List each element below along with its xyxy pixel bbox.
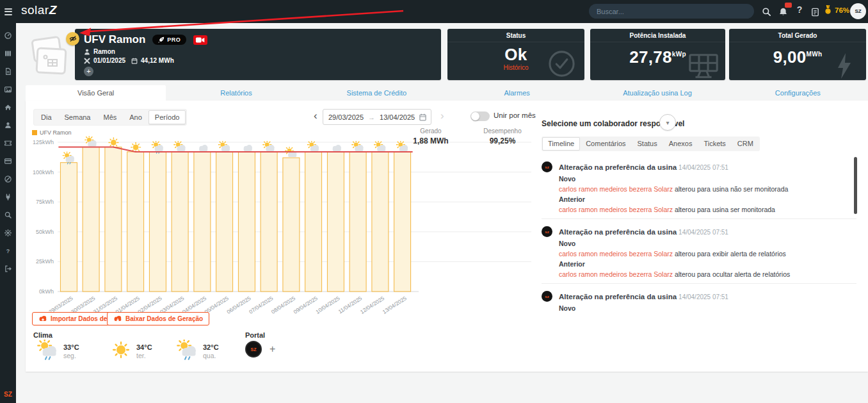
monitoring-disabled-eye-slash-icon[interactable] bbox=[66, 32, 79, 45]
daterange-next-button[interactable]: › bbox=[440, 110, 444, 122]
plug-integrations-icon[interactable] bbox=[4, 192, 13, 201]
user-link[interactable]: carlos ramon medeiros bezerra Solarz bbox=[559, 206, 673, 213]
timeline-entry-time: 14/04/2025 07:51 bbox=[679, 293, 728, 300]
user-link[interactable]: carlos ramon medeiros bezerra Solarz bbox=[559, 185, 673, 193]
gallery-icon[interactable] bbox=[4, 85, 13, 94]
app-logo[interactable]: solarZ bbox=[21, 3, 57, 17]
timeline-prev-label: Anterior bbox=[559, 260, 856, 268]
gamification-medal-icon[interactable]: 76% bbox=[824, 5, 849, 15]
timeline-scrollbar[interactable] bbox=[854, 157, 857, 214]
timeline-avatar: sz bbox=[542, 226, 552, 237]
whatsapp-icon[interactable] bbox=[4, 174, 13, 183]
clients-icon[interactable] bbox=[4, 120, 13, 129]
timeline-entry-title: Alteração na preferência da usina bbox=[559, 293, 677, 300]
power-value: 27,78 bbox=[629, 47, 672, 67]
daterange-prev-button[interactable]: ‹ bbox=[314, 110, 317, 122]
global-search[interactable] bbox=[589, 4, 754, 19]
timeline-prev-text: alterou para usina ser monitorada bbox=[675, 206, 775, 213]
daterange-arrow: → bbox=[368, 113, 375, 121]
notifications-bell-icon[interactable] bbox=[776, 4, 790, 19]
weather-sun-icon bbox=[110, 340, 132, 363]
svg-text:10/04/2025: 10/04/2025 bbox=[314, 295, 341, 315]
pro-badge[interactable]: PRO bbox=[152, 35, 186, 45]
hamburger-menu-icon[interactable] bbox=[0, 0, 17, 23]
changelog-clipboard-icon[interactable] bbox=[808, 4, 822, 19]
svg-text:11/04/2025: 11/04/2025 bbox=[337, 295, 364, 315]
plant-info-card: UFV Ramon PRO Ramon 01/01/2025 44,12 MWh… bbox=[75, 29, 441, 80]
calendar-icon bbox=[131, 58, 138, 64]
reports-icon[interactable] bbox=[4, 67, 13, 76]
solar-panel-icon bbox=[687, 52, 720, 83]
cloud-upload-icon bbox=[38, 315, 47, 322]
portal-add-button[interactable]: + bbox=[269, 343, 275, 355]
svg-text:?: ? bbox=[6, 247, 10, 254]
dashboard-icon[interactable] bbox=[4, 31, 13, 40]
tab-configuracoes[interactable]: Configurações bbox=[728, 85, 868, 101]
plant-add-button[interactable]: + bbox=[84, 67, 93, 76]
gerado-label: Gerado bbox=[402, 127, 460, 135]
home-icon[interactable] bbox=[4, 103, 13, 111]
timeline-tabs: Timeline Comentários Status Anexos Ticke… bbox=[542, 136, 760, 151]
portal-avatar[interactable]: SZ bbox=[245, 341, 262, 358]
rtab-timeline[interactable]: Timeline bbox=[542, 137, 580, 151]
download-generation-data-button[interactable]: Baixar Dados de Geração bbox=[107, 312, 209, 325]
logout-icon[interactable] bbox=[4, 264, 13, 273]
period-ano[interactable]: Ano bbox=[123, 110, 149, 124]
top-navbar: solarZ ? 76% SZ bbox=[0, 0, 868, 23]
plant-name: UFV Ramon bbox=[84, 33, 145, 46]
logo-text: solar bbox=[21, 3, 49, 17]
generated-value: 9,00 bbox=[773, 47, 807, 67]
plant-owner: Ramon bbox=[93, 48, 115, 55]
search-input[interactable] bbox=[597, 8, 746, 15]
svg-text:50kWh: 50kWh bbox=[36, 229, 54, 235]
timeline-prev-text: alterou para ocultar alerta de relatório… bbox=[675, 270, 790, 278]
rocket-icon bbox=[158, 37, 165, 43]
timeline-new-text: alterou para exibir alerta de relatórios bbox=[675, 250, 786, 258]
rtab-status[interactable]: Status bbox=[632, 137, 663, 151]
timeline-list[interactable]: sz Alteração na preferência da usina14/0… bbox=[542, 154, 856, 311]
settings-gear-icon[interactable] bbox=[4, 228, 13, 237]
download-button-label: Baixar Dados de Geração bbox=[125, 315, 203, 322]
svg-text:125kWh: 125kWh bbox=[33, 139, 54, 145]
rtab-tickets[interactable]: Tickets bbox=[698, 137, 731, 151]
svg-text:12/04/2025: 12/04/2025 bbox=[359, 295, 385, 315]
billing-card-icon[interactable] bbox=[4, 156, 13, 165]
tab-relatorios[interactable]: Relatórios bbox=[166, 85, 306, 101]
pro-badge-label: PRO bbox=[167, 37, 181, 43]
daterange-input[interactable]: 29/03/2025 → 13/04/2025 bbox=[323, 109, 431, 125]
tickets-icon[interactable] bbox=[4, 138, 13, 147]
timeline-entry: sz Alteração na preferência da usina14/0… bbox=[542, 219, 856, 284]
timeline-new-label: Novo bbox=[559, 175, 856, 183]
svg-text:0kWh: 0kWh bbox=[39, 288, 54, 295]
rtab-crm[interactable]: CRM bbox=[732, 137, 759, 151]
rtab-anexos[interactable]: Anexos bbox=[663, 137, 698, 151]
collaborator-dropdown-button[interactable]: ▾ bbox=[659, 114, 676, 131]
tab-atualizacao-usina-log[interactable]: Atualização usina Log bbox=[587, 85, 727, 101]
period-periodo[interactable]: Período bbox=[149, 110, 186, 124]
merge-by-month-toggle[interactable] bbox=[470, 111, 490, 121]
search-icon[interactable] bbox=[759, 4, 773, 19]
solar-plants-icon[interactable] bbox=[4, 49, 13, 58]
tab-visao-geral[interactable]: Visão Geral bbox=[26, 85, 166, 101]
owner-person-icon bbox=[84, 49, 90, 55]
clima-day: qua. bbox=[203, 352, 219, 359]
user-link[interactable]: carlos ramon medeiros bezerra Solarz bbox=[559, 270, 673, 278]
user-link[interactable]: carlos ramon medeiros bezerra Solarz bbox=[559, 250, 673, 258]
rtab-comentarios[interactable]: Comentários bbox=[580, 137, 631, 151]
tab-alarmes[interactable]: Alarmes bbox=[447, 85, 587, 101]
period-dia[interactable]: Dia bbox=[35, 110, 58, 124]
plant-photo-placeholder[interactable] bbox=[28, 29, 69, 78]
sidebar-search-icon[interactable] bbox=[4, 210, 13, 219]
timeline-prev-label: Anterior bbox=[559, 195, 856, 203]
sidebar-help-icon[interactable]: ? bbox=[4, 246, 13, 255]
timeline-prev-line: carlos ramon medeiros bezerra Solarz alt… bbox=[559, 270, 856, 278]
help-icon[interactable]: ? bbox=[794, 4, 805, 15]
daterange-end: 13/04/2025 bbox=[380, 113, 415, 121]
user-avatar[interactable]: SZ bbox=[850, 3, 866, 19]
period-mes[interactable]: Mês bbox=[97, 110, 124, 124]
period-semana[interactable]: Semana bbox=[58, 110, 97, 124]
generation-chart[interactable]: 0kWh25kWh50kWh75kWh100kWh125kWh29/03/202… bbox=[29, 134, 536, 325]
tab-sistema-de-credito[interactable]: Sistema de Crédito bbox=[307, 85, 447, 101]
video-tutorial-button[interactable] bbox=[193, 35, 207, 45]
desempenho-label: Desempenho bbox=[474, 127, 531, 135]
